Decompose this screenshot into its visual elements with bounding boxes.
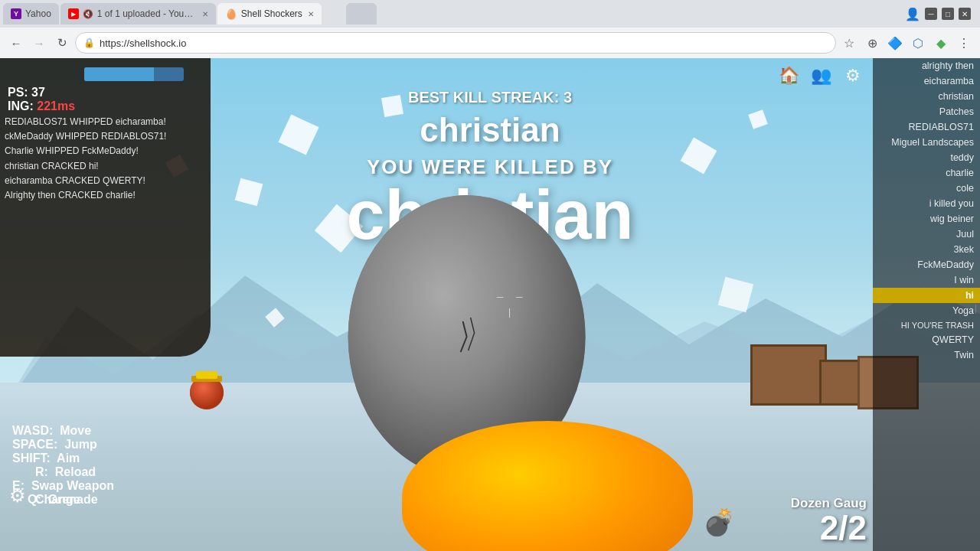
refresh-button[interactable]: ↻ bbox=[52, 33, 72, 53]
close-button[interactable]: ✕ bbox=[959, 8, 971, 20]
settings-icon[interactable]: ⚙ bbox=[839, 62, 867, 90]
player-item-1: alrighty then bbox=[873, 58, 980, 73]
player-item-2: eicharamba bbox=[873, 73, 980, 89]
change-label[interactable]: Change bbox=[35, 493, 80, 507]
kill-feed-line-2: ckMeDaddy WHIPPED REDIABLOS71! bbox=[5, 129, 217, 144]
window-controls: 👤 ─ □ ✕ bbox=[905, 7, 977, 21]
shellshockers-favicon: 🥚 bbox=[225, 8, 237, 20]
mute-icon: 🔇 bbox=[83, 9, 93, 19]
control-shift: SHIFT: Aim bbox=[12, 452, 205, 465]
ping-value: 221ms bbox=[37, 99, 75, 112]
toolbar-icon-5[interactable]: ⋮ bbox=[954, 33, 974, 53]
toolbar-icon-1[interactable]: ⊕ bbox=[862, 33, 882, 53]
top-right-icons: 🏠 👥 ⚙ bbox=[775, 62, 867, 90]
player-item-14: Yoga bbox=[873, 303, 980, 318]
player-item-16: QWERTY bbox=[873, 332, 980, 347]
svg-rect-7 bbox=[196, 371, 217, 379]
kill-feed-line-1: REDIABLOS71 WHIPPED eicharamba! bbox=[5, 115, 217, 129]
player-item-4: REDIABLOS71 bbox=[873, 119, 980, 135]
minimize-button[interactable]: ─ bbox=[925, 8, 937, 20]
ping-label: ING: bbox=[8, 99, 34, 112]
yahoo-favicon: Y bbox=[11, 8, 21, 19]
player-item-patches: Patches bbox=[873, 104, 980, 119]
player-item-11: 3kek bbox=[873, 242, 980, 257]
kill-feed-line-6: Alrighty then CRACKED charlie! bbox=[5, 188, 217, 203]
maximize-button[interactable]: □ bbox=[942, 8, 954, 20]
player-item-6: teddy bbox=[873, 150, 980, 165]
tab-shellshockers-label: Shell Shockers bbox=[241, 8, 302, 19]
ammo-display: 2/2 bbox=[791, 511, 867, 545]
tab-youtube[interactable]: ▶ 🔇 1 of 1 uploaded - YouTu... ✕ bbox=[60, 3, 216, 24]
player-item-hi-highlighted: hi bbox=[873, 288, 980, 303]
settings-gear-icon[interactable]: ⚙ bbox=[9, 485, 26, 507]
control-e: E: Swap Weapon bbox=[12, 479, 205, 493]
small-character bbox=[184, 371, 230, 409]
tab-yahoo-label: Yahoo bbox=[25, 8, 51, 19]
ps-display: PS: 37 bbox=[8, 86, 75, 99]
right-player-panel: alrighty then eicharamba christian Patch… bbox=[873, 58, 980, 551]
crate-right-1 bbox=[750, 344, 827, 406]
game-area: PS: 37 ING: 221ms REDIABLOS71 WHIPPED ei… bbox=[0, 58, 980, 551]
player-list: alrighty then eicharamba christian Patch… bbox=[873, 58, 980, 363]
player-item-5: Miguel Landscapes bbox=[873, 135, 980, 150]
player-item-12: FckMeDaddy bbox=[873, 257, 980, 272]
player-item-15: HI YOU'RE TRASH bbox=[873, 318, 980, 332]
new-tab-button[interactable] bbox=[323, 3, 345, 24]
killer-name-small: christian bbox=[222, 111, 758, 149]
home-icon[interactable]: 🏠 bbox=[775, 62, 802, 90]
url-box[interactable]: 🔒 https://shellshock.io bbox=[75, 32, 836, 54]
address-bar: ← → ↻ 🔒 https://shellshock.io ☆ ⊕ 🔷 ⬡ ◆ … bbox=[0, 28, 980, 58]
back-button[interactable]: ← bbox=[6, 33, 26, 53]
controls-panel: WASD: Move SPACE: Jump SHIFT: Aim R: Rel… bbox=[2, 419, 216, 511]
browser-chrome: Y Yahoo ▶ 🔇 1 of 1 uploaded - YouTu... ✕… bbox=[0, 0, 980, 58]
profile-icon[interactable]: 👤 bbox=[905, 7, 920, 21]
tab-shellshockers[interactable]: 🥚 Shell Shockers ✕ bbox=[217, 3, 322, 24]
tab-bar: Y Yahoo ▶ 🔇 1 of 1 uploaded - YouTu... ✕… bbox=[0, 0, 980, 28]
tab-shellshockers-close[interactable]: ✕ bbox=[308, 10, 314, 18]
best-kill-streak: BEST KILL STREAK: 3 bbox=[222, 89, 758, 106]
control-space: SPACE: Jump bbox=[12, 438, 205, 452]
player-item-13: I win bbox=[873, 272, 980, 288]
tab-yahoo[interactable]: Y Yahoo bbox=[3, 3, 59, 24]
crosshair: ─ ─ | bbox=[497, 292, 523, 317]
scroll-indicator: │ bbox=[974, 305, 978, 313]
player-item-charlie: charlie bbox=[873, 165, 980, 181]
control-r: R: Reload bbox=[35, 465, 205, 479]
health-bar-container bbox=[84, 67, 184, 81]
secure-icon: 🔒 bbox=[83, 37, 95, 48]
health-bar-fill bbox=[84, 67, 154, 81]
kill-feed: REDIABLOS71 WHIPPED eicharamba! ckMeDadd… bbox=[2, 112, 220, 206]
players-icon[interactable]: 👥 bbox=[807, 62, 835, 90]
player-item-8: i killed you bbox=[873, 196, 980, 211]
player-item-3: christian bbox=[873, 89, 980, 104]
player-item-9: wig beiner bbox=[873, 211, 980, 227]
tab-youtube-close[interactable]: ✕ bbox=[202, 10, 208, 18]
toolbar-icon-2[interactable]: 🔷 bbox=[885, 33, 905, 53]
weapon-info: Dozen Gaug 2/2 bbox=[791, 496, 867, 545]
kill-feed-line-5: eicharamba CRACKED QWERTY! bbox=[5, 174, 217, 188]
youtube-favicon: ▶ bbox=[68, 8, 79, 19]
player-item-7: cole bbox=[873, 181, 980, 196]
kill-feed-line-3: Charlie WHIPPED FckMeDaddy! bbox=[5, 144, 217, 158]
grenade-icon: 💣 bbox=[703, 507, 735, 537]
blank-tab bbox=[346, 3, 377, 24]
control-wasd: WASD: Move bbox=[12, 424, 205, 438]
bookmark-icon[interactable]: ☆ bbox=[839, 33, 859, 53]
tab-youtube-label: 1 of 1 uploaded - YouTu... bbox=[97, 8, 197, 19]
toolbar-icon-3[interactable]: ⬡ bbox=[908, 33, 928, 53]
toolbar-icon-4[interactable]: ◆ bbox=[931, 33, 951, 53]
hud-topleft: PS: 37 ING: 221ms bbox=[8, 66, 75, 113]
forward-button[interactable]: → bbox=[29, 33, 49, 53]
player-item-10: Juul bbox=[873, 227, 980, 242]
kill-feed-line-4: christian CRACKED hi! bbox=[5, 159, 217, 174]
url-text: https://shellshock.io bbox=[100, 37, 186, 49]
player-item-twin: Twin bbox=[873, 347, 980, 363]
